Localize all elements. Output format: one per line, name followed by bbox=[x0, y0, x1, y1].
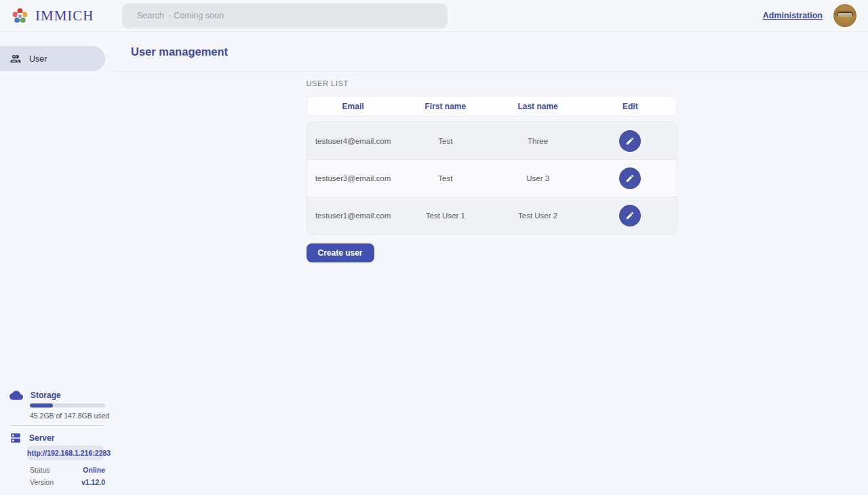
user-edit-cell bbox=[584, 167, 676, 189]
storage-progress-bar bbox=[30, 403, 105, 408]
column-header-edit: Edit bbox=[584, 102, 676, 111]
user-table-row: testuser4@email.com Test Three bbox=[307, 122, 677, 159]
immich-flower-icon bbox=[11, 7, 29, 25]
column-header-firstname: First name bbox=[399, 102, 492, 111]
user-firstname-cell: Test User 1 bbox=[399, 212, 492, 220]
immich-logo-text: IMMICH bbox=[35, 7, 94, 24]
main-content: User management USER LIST Email First na… bbox=[115, 32, 868, 495]
user-edit-cell bbox=[584, 205, 676, 226]
user-table-row: testuser1@email.com Test User 1 Test Use… bbox=[307, 197, 677, 234]
search-input[interactable] bbox=[122, 3, 448, 28]
server-status-value: Online bbox=[83, 466, 105, 474]
edit-user-button[interactable] bbox=[619, 167, 641, 189]
avatar-glasses-detail bbox=[837, 12, 852, 17]
user-table-header: Email First name Last name Edit bbox=[307, 96, 677, 117]
user-firstname-cell: Test bbox=[399, 137, 492, 145]
storage-panel: Storage 45.2GB of 147.8GB used bbox=[9, 389, 105, 420]
column-header-lastname: Last name bbox=[492, 102, 584, 111]
edit-user-button[interactable] bbox=[619, 130, 641, 152]
page-title-bar: User management bbox=[115, 32, 868, 72]
pencil-icon bbox=[625, 136, 635, 146]
storage-title: Storage bbox=[31, 391, 61, 400]
pencil-icon bbox=[625, 174, 635, 183]
user-email-cell: testuser4@email.com bbox=[307, 137, 399, 145]
server-status-label: Status bbox=[30, 466, 50, 474]
user-email-cell: testuser3@email.com bbox=[307, 174, 399, 182]
user-lastname-cell: Three bbox=[492, 137, 584, 145]
page-title: User management bbox=[131, 45, 228, 58]
user-lastname-cell: User 3 bbox=[492, 174, 584, 182]
server-url: http://192.168.1.216:2283 bbox=[27, 446, 104, 460]
administration-link[interactable]: Administration bbox=[763, 11, 823, 20]
users-icon bbox=[9, 53, 22, 65]
server-icon bbox=[9, 432, 22, 444]
create-user-button[interactable]: Create user bbox=[307, 243, 374, 262]
user-list-label: USER LIST bbox=[307, 79, 677, 87]
server-panel: Server http://192.168.1.216:2283 Status … bbox=[9, 432, 105, 486]
edit-user-button[interactable] bbox=[619, 205, 641, 226]
immich-logo[interactable]: IMMICH bbox=[11, 7, 122, 25]
user-email-cell: testuser1@email.com bbox=[307, 212, 399, 220]
user-edit-cell bbox=[584, 130, 676, 152]
cloud-icon bbox=[9, 389, 23, 402]
server-version-label: Version bbox=[30, 478, 54, 486]
server-title: Server bbox=[29, 433, 54, 443]
user-lastname-cell: Test User 2 bbox=[492, 212, 584, 220]
sidebar: User Storage 45.2GB of 147.8GB used Serv… bbox=[0, 32, 115, 495]
user-table: testuser4@email.com Test Three testuser3… bbox=[307, 121, 677, 235]
app-header: IMMICH Administration bbox=[0, 0, 868, 32]
user-avatar[interactable] bbox=[833, 4, 856, 27]
server-version-value: v1.12.0 bbox=[81, 478, 105, 486]
user-table-row: testuser3@email.com Test User 3 bbox=[307, 159, 677, 197]
storage-progress-fill bbox=[30, 403, 53, 408]
storage-usage-text: 45.2GB of 147.8GB used bbox=[30, 412, 105, 420]
pencil-icon bbox=[625, 211, 635, 220]
sidebar-item-user[interactable]: User bbox=[0, 46, 105, 71]
sidebar-item-user-label: User bbox=[29, 54, 47, 64]
column-header-email: Email bbox=[307, 102, 399, 111]
user-firstname-cell: Test bbox=[399, 174, 492, 182]
sidebar-divider bbox=[9, 425, 105, 426]
